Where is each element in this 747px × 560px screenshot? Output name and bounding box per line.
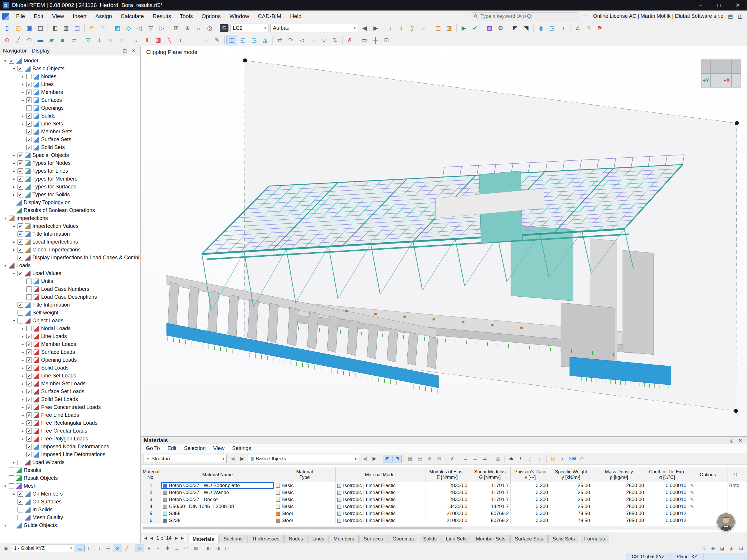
tab-lines[interactable]: Lines — [308, 535, 329, 543]
model-cell[interactable]: Isotropic | Linear Elastic — [336, 503, 426, 510]
tree-item-free-polygon-loads[interactable]: ▸✔Free Polygon Loads — [0, 435, 140, 443]
visibility-by-window-button[interactable]: ◱ — [237, 35, 248, 45]
chevron-right-icon[interactable]: ▸ — [19, 358, 26, 362]
alpha-cell[interactable]: 0.000010 — [646, 496, 688, 503]
tree-item-lines[interactable]: ▸✔Lines — [0, 80, 140, 88]
horizontal-scrollbar[interactable] — [142, 526, 724, 530]
checkbox-lines[interactable]: ✔ — [26, 82, 32, 87]
tree-item-on-members[interactable]: ▸✔On Members — [0, 490, 140, 498]
alpha-cell[interactable]: 0.000010 — [646, 489, 688, 496]
layout-icon[interactable]: ◫ — [736, 12, 745, 20]
last-page-button[interactable]: ▶ — [180, 535, 185, 541]
insert-line-button[interactable]: ╱ — [13, 35, 24, 45]
insert-node-button[interactable]: ⊙ — [2, 35, 12, 45]
exchange-table-button[interactable]: ⇄ — [480, 455, 489, 463]
tree-item-results[interactable]: Results — [0, 466, 140, 474]
navigation-cube[interactable]: +Y +X — [701, 59, 741, 87]
snap-intersections-button[interactable]: ✚ — [163, 544, 172, 552]
previous-table-button[interactable]: ◀ — [228, 455, 237, 463]
chevron-right-icon[interactable]: ▸ — [10, 248, 18, 252]
tree-item-self-weight[interactable]: Self-weight — [0, 309, 140, 317]
tree-item-member-loads[interactable]: ▸✔Member Loads — [0, 340, 140, 348]
chevron-right-icon[interactable]: ▸ — [19, 342, 26, 347]
type-cell[interactable]: Basic — [274, 503, 336, 510]
checkbox-members[interactable]: ✔ — [26, 89, 32, 95]
no-cell[interactable]: 6 — [141, 517, 161, 524]
options-cell[interactable]: ✎ — [688, 503, 727, 510]
checkbox-free-line-loads[interactable]: ✔ — [26, 412, 32, 418]
gamma-cell[interactable]: 78.50 — [550, 517, 592, 524]
previous-page-button[interactable]: ◀ — [149, 535, 153, 541]
col-header-model[interactable]: Material Model — [336, 467, 426, 482]
snap-grid-points-button[interactable]: ▩ — [191, 544, 200, 552]
import-table-button[interactable]: → — [461, 455, 470, 463]
user-defined-views-button[interactable]: ◑ — [558, 23, 568, 33]
tree-item-guide-objects[interactable]: ▾Guide Objects — [0, 522, 140, 529]
alpha-cell[interactable]: 0.000010 — [646, 482, 688, 489]
work-plane-indicator[interactable]: Plane: XY — [671, 553, 703, 560]
cont-cell[interactable] — [727, 503, 747, 510]
open-model-button[interactable]: ◰ — [13, 23, 24, 33]
connect-members-button[interactable]: ∪ — [319, 35, 330, 45]
material-row-6[interactable]: 6S235SteelIsotropic | Linear Elastic2100… — [141, 517, 747, 524]
checkbox-free-polygon-loads[interactable]: ✔ — [26, 436, 32, 442]
chevron-right-icon[interactable]: ▸ — [19, 413, 26, 417]
levels-button[interactable]: ≡ — [201, 35, 211, 45]
model-cell[interactable]: Isotropic | Linear Elastic — [336, 496, 426, 503]
tree-item-types-for-lines[interactable]: ▸✔Types for Lines — [0, 167, 140, 175]
chevron-right-icon[interactable]: ▸ — [19, 374, 26, 378]
zoom-window-button[interactable]: ⊞ — [171, 23, 182, 33]
checkbox-display-imperfections-in-load-cases-combi[interactable]: ✔ — [18, 255, 23, 261]
show-results-button[interactable]: ∑ — [407, 23, 418, 33]
snap-midpoints-button[interactable]: ◐ — [154, 544, 163, 552]
menu-assign[interactable]: Assign — [91, 10, 117, 22]
e-cell[interactable]: 28300.0 — [426, 489, 469, 496]
tree-item-line-sets[interactable]: ▸✔Line Sets — [0, 120, 140, 128]
chevron-right-icon[interactable]: ▸ — [19, 421, 26, 425]
tree-item-units[interactable]: Units — [0, 277, 140, 285]
delete-objects-button[interactable]: ✗ — [344, 35, 355, 45]
surface-load-button[interactable]: ▦ — [153, 35, 164, 45]
fullscreen-toggle-button[interactable]: ⊡ — [737, 544, 746, 552]
chevron-right-icon[interactable]: ▸ — [19, 390, 26, 394]
gamma-cell[interactable]: 25.00 — [550, 503, 592, 510]
checkbox-self-weight[interactable] — [18, 310, 23, 316]
maximize-button[interactable]: □ — [710, 0, 728, 10]
tree-item-surfaces[interactable]: ▸✔Surfaces — [0, 96, 140, 104]
comments-button[interactable]: ✎ — [212, 35, 223, 45]
rename-cell-button[interactable]: ab — [506, 455, 516, 463]
clipping-box-button[interactable]: ◳ — [546, 23, 557, 33]
column-filter-button[interactable]: ▥ — [493, 455, 503, 463]
select-special-button[interactable]: ◥ — [521, 23, 532, 33]
chevron-right-icon[interactable]: ▸ — [19, 90, 26, 95]
g-cell[interactable]: 11791.7 — [469, 482, 511, 489]
tree-item-line-set-loads[interactable]: ▸✔Line Set Loads — [0, 372, 140, 380]
table-group-select[interactable]: ▦Basic Objects▾ — [248, 455, 359, 463]
pin-icon[interactable]: ◱ — [728, 437, 735, 444]
minimize-button[interactable]: – — [691, 0, 710, 10]
object-snap-button[interactable]: ◎ — [135, 544, 144, 552]
next-load-case-button[interactable]: ▶ — [370, 23, 381, 33]
tree-item-mesh-quality[interactable]: Mesh Quality — [0, 514, 140, 522]
nu-cell[interactable]: 0.300 — [511, 517, 550, 524]
calculate-all-button[interactable]: ▶ — [458, 23, 469, 33]
check-model-button[interactable]: ✔ — [469, 23, 480, 33]
insert-opening-button[interactable]: ▱ — [68, 35, 79, 45]
checkbox-load-wizards[interactable] — [18, 460, 23, 465]
checkbox-on-members[interactable]: ✔ — [18, 491, 23, 497]
options-cell[interactable]: ✎ — [688, 482, 727, 489]
load-combinations-dialog-button[interactable]: ▥ — [444, 23, 455, 33]
tree-item-nodes[interactable]: ▸Nodes — [0, 73, 140, 80]
menu-file[interactable]: File — [12, 10, 29, 22]
chevron-down-icon[interactable]: ▾ — [10, 66, 18, 71]
nu-cell[interactable]: 0.200 — [511, 489, 550, 496]
chevron-right-icon[interactable]: ▸ — [10, 185, 18, 189]
checkbox-solid-loads[interactable]: ✔ — [26, 365, 32, 371]
materials-menu-edit[interactable]: Edit — [164, 444, 180, 453]
line-support-button[interactable]: ⊥ — [94, 35, 105, 45]
col-header-cont[interactable]: C... — [727, 467, 747, 482]
gamma-cell[interactable]: 25.00 — [550, 489, 592, 496]
menu-cad-bim[interactable]: CAD-BIM — [254, 10, 286, 22]
chevron-down-icon[interactable]: ▾ — [2, 484, 9, 488]
checkbox-free-circular-loads[interactable]: ✔ — [26, 428, 32, 434]
